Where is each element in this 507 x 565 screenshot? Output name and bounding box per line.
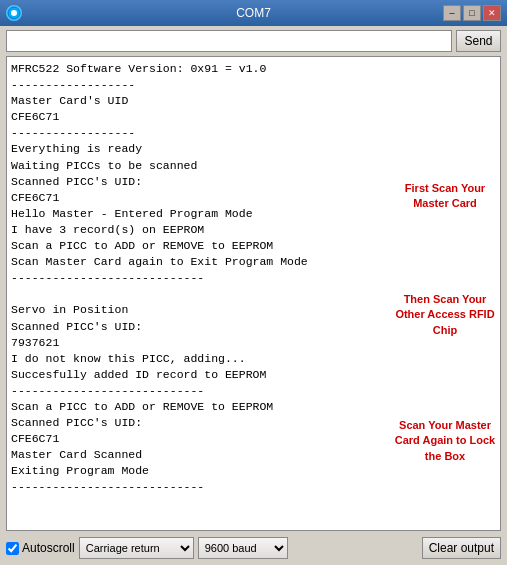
- console-output: MFRC522 Software Version: 0x91 = v1.0 --…: [7, 57, 390, 530]
- window-title: COM7: [0, 6, 507, 20]
- app-icon: [6, 5, 22, 21]
- maximize-button[interactable]: □: [463, 5, 481, 21]
- send-button[interactable]: Send: [456, 30, 501, 52]
- window-controls: – □ ✕: [443, 5, 501, 21]
- svg-point-1: [11, 10, 17, 16]
- side-label-2: Then Scan Your Other Access RFID Chip: [394, 292, 496, 338]
- side-labels: First Scan Your Master Card Then Scan Yo…: [390, 57, 500, 530]
- autoscroll-label[interactable]: Autoscroll: [6, 541, 75, 555]
- title-bar: COM7 – □ ✕: [0, 0, 507, 26]
- bottom-bar: Autoscroll Newline Carriage return Both …: [6, 535, 501, 561]
- close-button[interactable]: ✕: [483, 5, 501, 21]
- output-area: MFRC522 Software Version: 0x91 = v1.0 --…: [6, 56, 501, 531]
- minimize-button[interactable]: –: [443, 5, 461, 21]
- side-label-3: Scan Your Master Card Again to Lock the …: [394, 418, 496, 464]
- side-label-1: First Scan Your Master Card: [394, 181, 496, 212]
- send-input[interactable]: [6, 30, 452, 52]
- send-bar: Send: [6, 30, 501, 52]
- clear-output-button[interactable]: Clear output: [422, 537, 501, 559]
- baud-rate-select[interactable]: 300 baud 1200 baud 2400 baud 4800 baud 9…: [198, 537, 288, 559]
- main-content: Send MFRC522 Software Version: 0x91 = v1…: [0, 26, 507, 565]
- autoscroll-checkbox[interactable]: [6, 542, 19, 555]
- autoscroll-text: Autoscroll: [22, 541, 75, 555]
- title-bar-left: [6, 5, 22, 21]
- carriage-return-select[interactable]: Newline Carriage return Both NL & CR No …: [79, 537, 194, 559]
